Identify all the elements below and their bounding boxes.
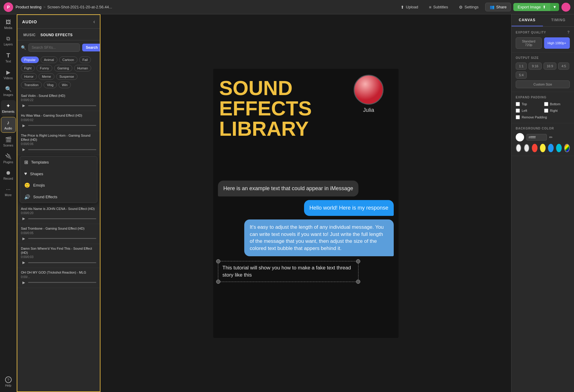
padding-right[interactable]: Right bbox=[544, 109, 570, 113]
tab-timing[interactable]: TIMING bbox=[543, 14, 574, 26]
tab-music[interactable]: MUSIC bbox=[21, 32, 38, 38]
canvas-title: SOUNDEFFECTSLIBRARY bbox=[213, 69, 399, 139]
upload-button[interactable]: ⬆ Upload bbox=[396, 3, 422, 11]
resize-handle-tl[interactable] bbox=[216, 259, 220, 263]
size-16-9[interactable]: 16:9 bbox=[544, 62, 556, 70]
size-4-5[interactable]: 4:5 bbox=[558, 62, 569, 70]
padding-right-checkbox[interactable] bbox=[544, 109, 548, 113]
filter-fail[interactable]: Fail bbox=[79, 57, 91, 63]
size-1-1[interactable]: 1:1 bbox=[516, 62, 527, 70]
search-input[interactable] bbox=[28, 43, 80, 52]
padding-left-checkbox[interactable] bbox=[516, 109, 520, 113]
color-swatch-lightgray[interactable] bbox=[516, 144, 521, 152]
list-item[interactable]: Sad Violin - Sound Effect (HD) 0:00/0:22… bbox=[17, 91, 100, 111]
menu-item-emojis[interactable]: 🙂 Emojis bbox=[20, 179, 97, 191]
subtitles-button[interactable]: ≡ Subtitles bbox=[425, 3, 452, 11]
resize-handle-br[interactable] bbox=[356, 280, 360, 284]
settings-button[interactable]: ⚙ Settings bbox=[455, 3, 483, 11]
play-button[interactable]: ▶ bbox=[21, 123, 26, 128]
filter-suspense[interactable]: Suspense bbox=[56, 73, 77, 80]
help-icon[interactable]: ? bbox=[567, 30, 570, 34]
padding-top[interactable]: Top bbox=[516, 102, 542, 106]
sidebar-item-layers[interactable]: ⧉ Layers bbox=[1, 33, 16, 48]
sidebar-item-more[interactable]: ··· More bbox=[1, 184, 16, 199]
app-logo: P bbox=[4, 2, 13, 12]
expand-padding-section: EXPAND PADDING Top Bottom Left Right bbox=[512, 92, 574, 123]
share-button[interactable]: 👥 Share bbox=[485, 3, 511, 11]
sidebar-item-record[interactable]: ⏺ Record bbox=[1, 167, 16, 183]
filter-transition[interactable]: Transition bbox=[21, 82, 42, 88]
sidebar-item-plugins[interactable]: 🔌 Plugins bbox=[1, 151, 16, 166]
menu-item-shapes[interactable]: ♥ Shapes bbox=[20, 168, 97, 179]
sidebar-item-images[interactable]: 🔍 Images bbox=[1, 83, 16, 99]
help-icon: ? bbox=[5, 376, 12, 383]
tab-sound-effects[interactable]: SOUND EFFECTS bbox=[38, 32, 75, 38]
filter-vlog[interactable]: Vlog bbox=[44, 82, 57, 88]
remove-padding[interactable]: Remove Padding bbox=[516, 115, 570, 119]
list-item[interactable]: Damn Son Where'd You Find This - Sound E… bbox=[17, 244, 100, 268]
size-9-16[interactable]: 9:16 bbox=[529, 62, 541, 70]
play-button[interactable]: ▶ bbox=[21, 280, 26, 285]
topbar: P Product testing > Screen-Shot-2021-01-… bbox=[0, 0, 574, 14]
templates-icon: ⊞ bbox=[24, 159, 28, 165]
list-item[interactable]: Hu Waa Waa - Gaming Sound Effect (HD) 0:… bbox=[17, 111, 100, 131]
play-button[interactable]: ▶ bbox=[21, 103, 26, 108]
color-swatch-white[interactable] bbox=[516, 133, 524, 141]
export-dropdown-button[interactable]: ▼ bbox=[550, 3, 559, 11]
remove-padding-checkbox[interactable] bbox=[516, 115, 520, 119]
play-button[interactable]: ▶ bbox=[21, 216, 26, 221]
menu-item-sound-effects[interactable]: 🔊 Sound Effects bbox=[20, 191, 97, 203]
selected-text-element[interactable]: This tutorial will show you how to make … bbox=[218, 261, 358, 282]
color-swatch-teal[interactable] bbox=[556, 144, 562, 152]
filter-meme[interactable]: Meme bbox=[39, 73, 54, 80]
color-swatch-red[interactable] bbox=[532, 144, 538, 152]
color-hex-input[interactable] bbox=[526, 134, 547, 141]
filter-tags: Popular Animal Cartoon Fail Fight Funny … bbox=[17, 55, 100, 90]
sidebar-item-scenes[interactable]: 🎬 Scenes bbox=[1, 134, 16, 150]
padding-left[interactable]: Left bbox=[516, 109, 542, 113]
padding-top-checkbox[interactable] bbox=[516, 102, 520, 106]
filter-gaming[interactable]: Gaming bbox=[54, 65, 72, 71]
filter-win[interactable]: Win bbox=[59, 82, 71, 88]
play-button[interactable]: ▶ bbox=[21, 236, 26, 241]
color-swatch-yellow[interactable] bbox=[540, 144, 546, 152]
audio-title: Hu Waa Waa - Gaming Sound Effect (HD) bbox=[21, 113, 96, 118]
list-item[interactable]: Sad Trombone - Gaming Sound Effect (HD) … bbox=[17, 224, 100, 244]
list-item[interactable]: And His Name is JOHN CENA - Sound Effect… bbox=[17, 204, 100, 224]
play-button[interactable]: ▶ bbox=[21, 147, 26, 152]
menu-item-templates[interactable]: ⊞ Templates bbox=[20, 156, 97, 168]
sidebar-item-text[interactable]: T Text bbox=[1, 50, 16, 65]
collapse-button[interactable]: ‹ bbox=[93, 19, 95, 25]
sidebar-item-audio[interactable]: ♪ Audio bbox=[1, 117, 16, 133]
sidebar-item-elements[interactable]: ✦ Elements bbox=[1, 100, 16, 116]
color-swatch-spectrum[interactable] bbox=[564, 144, 570, 152]
filter-human[interactable]: Human bbox=[74, 65, 91, 71]
filter-fight[interactable]: Fight bbox=[21, 65, 35, 71]
eyedropper-button[interactable]: ✏ bbox=[549, 135, 553, 140]
search-button[interactable]: Search bbox=[82, 44, 100, 51]
padding-bottom-checkbox[interactable] bbox=[544, 102, 548, 106]
left-sidebar: 🖼 Media ⧉ Layers T Text ▶ Videos 🔍 Image… bbox=[0, 14, 17, 392]
play-button[interactable]: ▶ bbox=[21, 260, 26, 265]
size-5-4[interactable]: 5:4 bbox=[516, 71, 527, 79]
color-swatch-blue[interactable] bbox=[548, 144, 554, 152]
color-swatch-gray[interactable] bbox=[524, 144, 529, 152]
quality-standard[interactable]: Standard 720p bbox=[516, 37, 542, 49]
filter-cartoon[interactable]: Cartoon bbox=[59, 57, 77, 63]
export-button[interactable]: Export Image ⬆ bbox=[513, 3, 550, 11]
list-item[interactable]: The Price is Right Losing Horn - Gaming … bbox=[17, 131, 100, 155]
sidebar-item-help[interactable]: ? Help bbox=[1, 374, 16, 390]
quality-high[interactable]: High 1080p+ bbox=[544, 37, 570, 49]
filter-horror[interactable]: Horror bbox=[21, 73, 37, 80]
list-item[interactable]: OH OH MY GOD (Trickshot Reaction) - MLG … bbox=[17, 268, 100, 288]
filter-funny[interactable]: Funny bbox=[36, 65, 52, 71]
sidebar-item-media[interactable]: 🖼 Media bbox=[1, 17, 16, 32]
custom-size-button[interactable]: Custom Size bbox=[516, 80, 570, 88]
resize-handle-bl[interactable] bbox=[216, 280, 220, 284]
filter-animal[interactable]: Animal bbox=[41, 57, 57, 63]
padding-bottom[interactable]: Bottom bbox=[544, 102, 570, 106]
sidebar-item-videos[interactable]: ▶ Videos bbox=[1, 67, 16, 82]
filter-popular[interactable]: Popular bbox=[21, 57, 39, 63]
tab-canvas[interactable]: CANVAS bbox=[512, 14, 543, 26]
resize-handle-tr[interactable] bbox=[356, 259, 360, 263]
